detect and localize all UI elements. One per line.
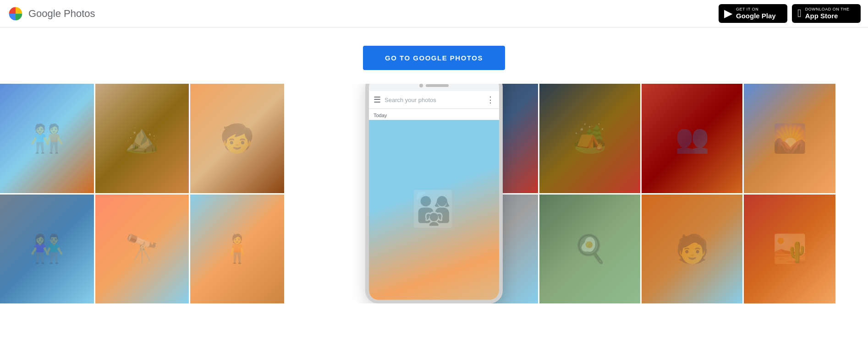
phone-search-text: Search your photos bbox=[385, 97, 486, 103]
list-item: 🧒 bbox=[190, 84, 284, 193]
list-item: 🏔️ bbox=[95, 84, 189, 193]
cooking-icon: 🍳 bbox=[573, 232, 607, 265]
phone-screen: ☰ Search your photos ⋮ Today 👨‍👩‍👧 bbox=[369, 91, 499, 300]
more-options-icon: ⋮ bbox=[486, 95, 494, 105]
list-item: 🏕️ bbox=[539, 84, 640, 193]
apple-icon:  bbox=[797, 8, 802, 19]
campfire-man-icon: 🏕️ bbox=[573, 122, 607, 155]
list-item: 🏜️ bbox=[744, 195, 835, 304]
phone-search-bar: ☰ Search your photos ⋮ bbox=[369, 91, 499, 109]
phone-speaker-icon bbox=[426, 84, 449, 87]
people-silhouette-icon: 🧑‍🤝‍🧑 bbox=[30, 122, 64, 155]
desert-icon: 🏜️ bbox=[773, 232, 807, 265]
today-label: Today bbox=[369, 109, 499, 120]
go-to-google-photos-button[interactable]: GO TO GOOGLE PHOTOS bbox=[363, 46, 505, 70]
list-item: 🍳 bbox=[539, 195, 640, 304]
couple-icon: 👫 bbox=[30, 232, 64, 265]
phone-top-bar bbox=[369, 84, 499, 91]
list-item: 👥 bbox=[642, 84, 742, 193]
child-icon: 🧒 bbox=[220, 122, 254, 155]
list-item: 🌄 bbox=[744, 84, 835, 193]
telescope-icon: 🔭 bbox=[125, 232, 159, 265]
list-item: 🧍 bbox=[190, 195, 284, 304]
header: Google Photos ▶ GET IT ON Google Play  … bbox=[0, 0, 868, 27]
google-play-icon: ▶ bbox=[724, 8, 732, 19]
phone-mockup: ☰ Search your photos ⋮ Today 👨‍👩‍👧 bbox=[365, 84, 503, 303]
list-item: 🧑 bbox=[642, 195, 742, 304]
person-desert-icon: 🧍 bbox=[220, 232, 254, 265]
left-photo-strip: 🧑‍🤝‍🧑 🏔️ 🧒 👫 🔭 🧍 bbox=[0, 84, 284, 303]
portrait-icon: 🧑 bbox=[675, 232, 709, 265]
google-play-text: GET IT ON Google Play bbox=[736, 7, 776, 20]
main-content: GO TO GOOGLE PHOTOS 🧑‍🤝‍🧑 🏔️ 🧒 👫 🔭 🧍 bbox=[0, 27, 868, 303]
app-title: Google Photos bbox=[28, 8, 95, 20]
rocks-icon: 🏔️ bbox=[125, 122, 159, 155]
app-store-badge[interactable]:  Download on the App Store bbox=[792, 4, 861, 23]
phone-camera-icon bbox=[419, 84, 423, 87]
google-play-badge[interactable]: ▶ GET IT ON Google Play bbox=[719, 4, 787, 23]
list-item: 🧑‍🤝‍🧑 bbox=[0, 84, 94, 193]
hamburger-menu-icon: ☰ bbox=[374, 95, 381, 105]
list-item: 👫 bbox=[0, 195, 94, 304]
list-item: 🔭 bbox=[95, 195, 189, 304]
app-store-text: Download on the App Store bbox=[805, 7, 850, 20]
mountain-road-icon: 🌄 bbox=[773, 122, 807, 155]
group-campfire-icon: 👥 bbox=[675, 122, 709, 155]
photo-collage: 🧑‍🤝‍🧑 🏔️ 🧒 👫 🔭 🧍 bbox=[0, 84, 868, 303]
store-badges-area: ▶ GET IT ON Google Play  Download on th… bbox=[719, 4, 861, 23]
family-selfie-icon: 👨‍👩‍👧 bbox=[411, 189, 457, 232]
google-photos-logo-icon bbox=[7, 5, 24, 22]
phone-main-photo: 👨‍👩‍👧 bbox=[369, 120, 499, 300]
header-logo-area: Google Photos bbox=[7, 5, 95, 22]
